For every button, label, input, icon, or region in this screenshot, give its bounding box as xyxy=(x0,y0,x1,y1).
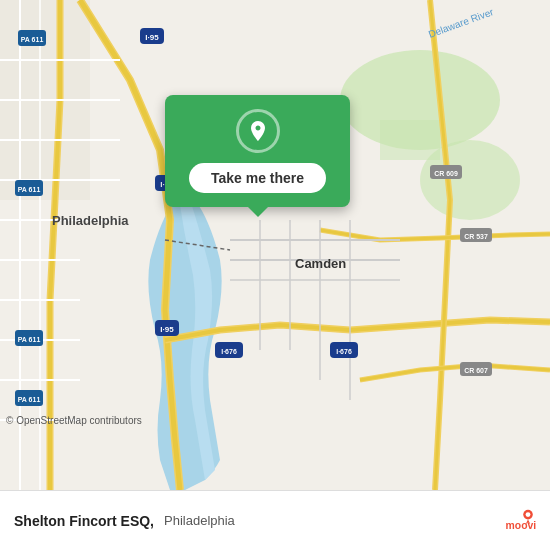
place-city: Philadelphia xyxy=(164,513,235,528)
svg-point-53 xyxy=(526,512,531,517)
location-pin-icon xyxy=(246,119,270,143)
place-info: Shelton Fincort ESQ, Philadelphia xyxy=(14,513,494,529)
moovit-logo: moovit xyxy=(504,505,536,537)
bottom-bar: Shelton Fincort ESQ, Philadelphia moovit xyxy=(0,490,550,550)
svg-text:CR 537: CR 537 xyxy=(464,233,488,240)
svg-text:I·676: I·676 xyxy=(336,348,352,355)
svg-text:I·95: I·95 xyxy=(145,33,159,42)
map-view: PA 611 PA 611 PA 611 PA 611 I·95 I·95 I·… xyxy=(0,0,550,490)
location-popup[interactable]: Take me there xyxy=(165,95,350,207)
svg-text:moovit: moovit xyxy=(506,520,536,531)
svg-text:CR 609: CR 609 xyxy=(434,170,458,177)
place-name: Shelton Fincort ESQ, xyxy=(14,513,154,529)
moovit-icon: moovit xyxy=(504,505,536,537)
svg-text:PA 611: PA 611 xyxy=(18,396,41,403)
location-icon-circle xyxy=(236,109,280,153)
svg-text:PA 611: PA 611 xyxy=(21,36,44,43)
svg-text:PA 611: PA 611 xyxy=(18,186,41,193)
svg-text:Camden: Camden xyxy=(295,256,346,271)
svg-text:I·676: I·676 xyxy=(221,348,237,355)
osm-attribution: © OpenStreetMap contributors xyxy=(6,415,142,426)
svg-rect-3 xyxy=(380,120,440,160)
svg-text:PA 611: PA 611 xyxy=(18,336,41,343)
svg-text:Philadelphia: Philadelphia xyxy=(52,213,129,228)
svg-text:CR 607: CR 607 xyxy=(464,367,488,374)
take-me-there-button[interactable]: Take me there xyxy=(189,163,326,193)
svg-text:I·95: I·95 xyxy=(160,325,174,334)
